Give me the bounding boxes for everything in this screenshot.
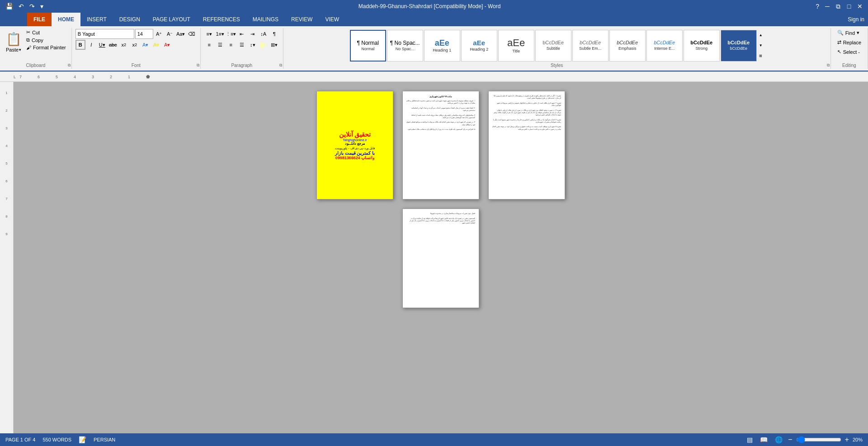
style-intense-e[interactable]: bCcDdEe Intense E... <box>646 30 683 62</box>
vertical-ruler: 1 2 3 4 5 6 7 8 9 <box>0 82 14 434</box>
align-center-button[interactable]: ☰ <box>215 40 225 50</box>
minimize-button[interactable]: ─ <box>823 2 832 11</box>
numbering-button[interactable]: 1≡▾ <box>215 29 225 39</box>
font-color-button[interactable]: A▾ <box>162 40 172 50</box>
style-subtitle-preview: bCcDdEe <box>542 40 564 45</box>
text-effects-button[interactable]: A▾ <box>141 40 151 50</box>
bold-button[interactable]: B <box>75 40 85 50</box>
strikethrough-button[interactable]: abc <box>108 40 118 50</box>
shading-button[interactable]: ▓▾ <box>259 40 269 50</box>
styles-label: Styles <box>551 62 563 68</box>
style-normal[interactable]: ¶ Normal Normal <box>350 30 386 62</box>
subscript-button[interactable]: x2 <box>119 40 129 50</box>
maximize-button[interactable]: □ <box>844 2 854 11</box>
restore-button[interactable]: ⧉ <box>834 2 843 11</box>
zoom-out-button[interactable]: − <box>788 436 792 444</box>
page-4[interactable]: فصل دوم: مقررات مربوط به ساختمان‌سازی در… <box>402 209 479 308</box>
zoom-slider[interactable] <box>796 436 841 443</box>
font-name-input[interactable] <box>75 29 134 39</box>
paragraph-expand-icon[interactable]: ⧉ <box>279 63 282 68</box>
style-heading2[interactable]: aЕe Heading 2 <box>461 30 497 62</box>
tab-page-layout[interactable]: PAGE LAYOUT <box>146 13 197 26</box>
page-4-text: فصل دوم: مقررات مربوط به ساختمان‌سازی در… <box>406 213 475 224</box>
align-right-button[interactable]: ≡ <box>226 40 236 50</box>
style-title-preview: aЕe <box>507 38 525 48</box>
proof-icon[interactable]: 📝 <box>79 436 86 443</box>
change-case-button[interactable]: Aa▾ <box>176 29 186 39</box>
shrink-font-button[interactable]: A⁻ <box>165 29 175 39</box>
paste-button[interactable]: 📋 Paste ▾ <box>4 29 24 54</box>
font-expand-icon[interactable]: ⧉ <box>197 63 199 68</box>
web-layout-view-button[interactable]: 🌐 <box>773 435 784 444</box>
cut-button[interactable]: ✂ Cut <box>24 29 68 36</box>
style-no-spacing[interactable]: ¶ No Spac... No Spac... <box>387 30 423 62</box>
paste-icon: 📋 <box>5 31 22 47</box>
underline-button[interactable]: U▾ <box>97 40 107 50</box>
line-spacing-button[interactable]: ↕▾ <box>248 40 258 50</box>
align-left-button[interactable]: ≡ <box>204 40 214 50</box>
page-2-text: ۱- تعریف منطقه ممنوعه یا محدوده شهر بعهد… <box>406 100 475 131</box>
justify-button[interactable]: ☰ <box>237 40 247 50</box>
undo-button[interactable]: ↶ <box>17 2 26 11</box>
highlight-color-button[interactable]: A▾ <box>151 40 161 50</box>
style-subtitle[interactable]: bCcDdEe Subtitle <box>535 30 571 62</box>
style-subtle-em-name: Subtle Em... <box>579 46 601 51</box>
ruler-tab-stop[interactable]: ⬟ <box>146 74 150 79</box>
read-mode-view-button[interactable]: 📖 <box>758 435 769 444</box>
editing-label: Editing <box>842 62 856 68</box>
clear-formatting-button[interactable]: ⌫ <box>187 29 197 39</box>
tab-references[interactable]: REFERENCES <box>197 13 246 26</box>
customize-quick-access-button[interactable]: ▾ <box>38 2 45 11</box>
font-size-input[interactable] <box>135 29 153 39</box>
format-painter-button[interactable]: 🖌 Format Painter <box>24 44 68 51</box>
tab-home[interactable]: HOME <box>52 13 80 26</box>
style-emphasis[interactable]: bCcDdEe Emphasis <box>609 30 646 62</box>
style-title[interactable]: aЕe Title <box>498 30 534 62</box>
decrease-indent-button[interactable]: ⇤ <box>237 29 247 39</box>
increase-indent-button[interactable]: ⇥ <box>248 29 258 39</box>
document-canvas[interactable]: تحقیق آنلاین Tahghighonline.ir مرجع دانل… <box>14 82 868 434</box>
redo-button[interactable]: ↷ <box>28 2 37 11</box>
bullets-button[interactable]: ≡▾ <box>204 29 214 39</box>
style-strong[interactable]: bCcDdEe Strong <box>684 30 720 62</box>
select-button[interactable]: ↖ Select - <box>835 48 863 56</box>
styles-scroll-down[interactable]: ▼ <box>758 41 764 51</box>
copy-button[interactable]: ⧉ Copy <box>24 37 68 43</box>
clipboard-expand-icon[interactable]: ⧉ <box>68 63 71 68</box>
save-button[interactable]: 💾 <box>4 2 15 11</box>
tab-file[interactable]: FILE <box>27 13 52 26</box>
clipboard-label: Clipboard <box>26 62 45 68</box>
help-icon[interactable]: ? <box>814 3 821 10</box>
show-marks-button[interactable]: ¶ <box>269 29 279 39</box>
tab-design[interactable]: DESIGN <box>113 13 146 26</box>
editing-group: 🔍 Find ▾ ⇄ Replace ↖ Select - Editing <box>831 28 868 69</box>
styles-scroll-up[interactable]: ▲ <box>758 30 764 40</box>
style-subtle-em[interactable]: bCcDdEe Subtle Em... <box>572 30 609 62</box>
superscript-button[interactable]: x2 <box>130 40 140 50</box>
tab-review[interactable]: REVIEW <box>285 13 319 26</box>
tab-insert[interactable]: INSERT <box>80 13 113 26</box>
styles-expand[interactable]: ⊞ <box>758 51 764 61</box>
grow-font-button[interactable]: A⁺ <box>154 29 164 39</box>
find-button[interactable]: 🔍 Find ▾ <box>835 29 862 37</box>
sort-button[interactable]: ↕A <box>259 29 269 39</box>
print-layout-view-button[interactable]: ▤ <box>745 435 755 444</box>
replace-button[interactable]: ⇄ Replace <box>835 38 864 46</box>
tab-mailings[interactable]: MAILINGS <box>246 13 285 26</box>
language[interactable]: PERSIAN <box>94 437 115 442</box>
styles-expand-icon[interactable]: ⧉ <box>827 63 830 68</box>
page-1[interactable]: تحقیق آنلاین Tahghighonline.ir مرجع دانل… <box>316 91 393 199</box>
multilevel-button[interactable]: ⋮≡▾ <box>226 29 236 39</box>
zoom-in-button[interactable]: + <box>845 436 849 444</box>
borders-button[interactable]: ⊞▾ <box>269 40 279 50</box>
italic-button[interactable]: I <box>86 40 96 50</box>
page-2[interactable]: ماده ۹۹ قانون شهرداری ۱- تعریف منطقه ممن… <box>402 91 479 199</box>
style-last[interactable]: bCcDdEe bCcDdEe <box>721 30 757 62</box>
page-3[interactable]: تبصره ۱: اگر در اثنای تجدیدنظر راجع به ط… <box>488 91 565 199</box>
style-heading1[interactable]: aЕe Heading 1 <box>424 30 460 62</box>
tab-view[interactable]: VIEW <box>319 13 345 26</box>
page-2-heading: ماده ۹۹ قانون شهرداری <box>406 95 475 98</box>
sign-in-button[interactable]: Sign in <box>844 13 868 26</box>
close-button[interactable]: ✕ <box>855 2 864 11</box>
style-intense-e-name: Intense E... <box>654 46 675 51</box>
